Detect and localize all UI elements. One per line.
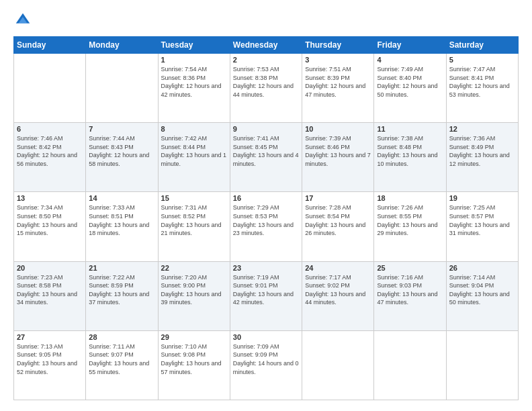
day-number: 3	[305, 56, 371, 64]
calendar-cell: 20Sunrise: 7:23 AMSunset: 8:58 PMDayligh…	[14, 261, 86, 330]
weekday-header-wednesday: Wednesday	[230, 37, 302, 54]
calendar-cell: 1Sunrise: 7:54 AMSunset: 8:36 PMDaylight…	[158, 54, 230, 123]
day-number: 23	[233, 264, 299, 272]
day-info: Sunrise: 7:49 AMSunset: 8:40 PMDaylight:…	[377, 65, 443, 99]
calendar-cell: 17Sunrise: 7:28 AMSunset: 8:54 PMDayligh…	[302, 192, 374, 261]
week-row-2: 6Sunrise: 7:46 AMSunset: 8:42 PMDaylight…	[14, 123, 519, 192]
calendar-cell: 4Sunrise: 7:49 AMSunset: 8:40 PMDaylight…	[374, 54, 446, 123]
day-number: 19	[449, 194, 515, 202]
day-number: 4	[377, 56, 443, 64]
day-number: 15	[161, 194, 227, 202]
header	[13, 11, 519, 30]
calendar-cell: 16Sunrise: 7:29 AMSunset: 8:53 PMDayligh…	[230, 192, 302, 261]
calendar-cell: 13Sunrise: 7:34 AMSunset: 8:50 PMDayligh…	[14, 192, 86, 261]
day-info: Sunrise: 7:44 AMSunset: 8:43 PMDaylight:…	[89, 134, 154, 168]
weekday-header-thursday: Thursday	[302, 37, 374, 54]
calendar-cell: 28Sunrise: 7:11 AMSunset: 9:07 PMDayligh…	[86, 330, 158, 400]
day-number: 17	[305, 194, 371, 202]
calendar-cell	[14, 54, 86, 123]
day-info: Sunrise: 7:51 AMSunset: 8:39 PMDaylight:…	[305, 65, 371, 99]
calendar-cell: 19Sunrise: 7:25 AMSunset: 8:57 PMDayligh…	[446, 192, 518, 261]
calendar-cell: 11Sunrise: 7:38 AMSunset: 8:48 PMDayligh…	[374, 123, 446, 192]
day-info: Sunrise: 7:13 AMSunset: 9:05 PMDaylight:…	[17, 342, 83, 376]
day-number: 13	[17, 194, 83, 202]
calendar-cell: 18Sunrise: 7:26 AMSunset: 8:55 PMDayligh…	[374, 192, 446, 261]
day-info: Sunrise: 7:25 AMSunset: 8:57 PMDaylight:…	[449, 203, 515, 237]
day-info: Sunrise: 7:20 AMSunset: 9:00 PMDaylight:…	[161, 273, 227, 307]
day-number: 29	[161, 333, 227, 341]
logo-icon	[13, 11, 32, 30]
day-number: 6	[17, 125, 83, 133]
day-number: 1	[161, 56, 227, 64]
day-number: 10	[305, 125, 371, 133]
day-info: Sunrise: 7:39 AMSunset: 8:46 PMDaylight:…	[305, 134, 371, 168]
calendar-cell: 30Sunrise: 7:09 AMSunset: 9:09 PMDayligh…	[230, 330, 302, 400]
day-number: 25	[377, 264, 443, 272]
calendar-cell: 24Sunrise: 7:17 AMSunset: 9:02 PMDayligh…	[302, 261, 374, 330]
day-number: 28	[89, 333, 154, 341]
day-info: Sunrise: 7:38 AMSunset: 8:48 PMDaylight:…	[377, 134, 443, 168]
calendar-cell: 29Sunrise: 7:10 AMSunset: 9:08 PMDayligh…	[158, 330, 230, 400]
day-number: 18	[377, 194, 443, 202]
calendar-cell: 14Sunrise: 7:33 AMSunset: 8:51 PMDayligh…	[86, 192, 158, 261]
day-number: 9	[233, 125, 299, 133]
calendar-cell: 9Sunrise: 7:41 AMSunset: 8:45 PMDaylight…	[230, 123, 302, 192]
day-info: Sunrise: 7:54 AMSunset: 8:36 PMDaylight:…	[161, 65, 227, 99]
day-number: 16	[233, 194, 299, 202]
calendar-cell: 22Sunrise: 7:20 AMSunset: 9:00 PMDayligh…	[158, 261, 230, 330]
calendar-cell: 23Sunrise: 7:19 AMSunset: 9:01 PMDayligh…	[230, 261, 302, 330]
calendar-cell: 10Sunrise: 7:39 AMSunset: 8:46 PMDayligh…	[302, 123, 374, 192]
day-info: Sunrise: 7:31 AMSunset: 8:52 PMDaylight:…	[161, 203, 227, 237]
day-info: Sunrise: 7:53 AMSunset: 8:38 PMDaylight:…	[233, 65, 299, 99]
calendar-cell: 12Sunrise: 7:36 AMSunset: 8:49 PMDayligh…	[446, 123, 518, 192]
page: SundayMondayTuesdayWednesdayThursdayFrid…	[0, 0, 532, 411]
weekday-header-monday: Monday	[86, 37, 158, 54]
weekday-header-friday: Friday	[374, 37, 446, 54]
week-row-5: 27Sunrise: 7:13 AMSunset: 9:05 PMDayligh…	[14, 330, 519, 400]
day-number: 27	[17, 333, 83, 341]
day-number: 14	[89, 194, 154, 202]
day-number: 21	[89, 264, 154, 272]
calendar-cell	[374, 330, 446, 400]
day-number: 11	[377, 125, 443, 133]
week-row-4: 20Sunrise: 7:23 AMSunset: 8:58 PMDayligh…	[14, 261, 519, 330]
calendar-cell: 7Sunrise: 7:44 AMSunset: 8:43 PMDaylight…	[86, 123, 158, 192]
day-number: 5	[449, 56, 515, 64]
weekday-header-saturday: Saturday	[446, 37, 518, 54]
calendar-cell: 25Sunrise: 7:16 AMSunset: 9:03 PMDayligh…	[374, 261, 446, 330]
day-info: Sunrise: 7:14 AMSunset: 9:04 PMDaylight:…	[449, 273, 515, 307]
weekday-header-row: SundayMondayTuesdayWednesdayThursdayFrid…	[14, 37, 519, 54]
calendar-cell: 15Sunrise: 7:31 AMSunset: 8:52 PMDayligh…	[158, 192, 230, 261]
calendar-cell	[302, 330, 374, 400]
calendar-cell: 2Sunrise: 7:53 AMSunset: 8:38 PMDaylight…	[230, 54, 302, 123]
calendar-cell	[86, 54, 158, 123]
week-row-1: 1Sunrise: 7:54 AMSunset: 8:36 PMDaylight…	[14, 54, 519, 123]
day-info: Sunrise: 7:10 AMSunset: 9:08 PMDaylight:…	[161, 342, 227, 376]
day-number: 26	[449, 264, 515, 272]
day-info: Sunrise: 7:26 AMSunset: 8:55 PMDaylight:…	[377, 203, 443, 237]
calendar-cell: 5Sunrise: 7:47 AMSunset: 8:41 PMDaylight…	[446, 54, 518, 123]
week-row-3: 13Sunrise: 7:34 AMSunset: 8:50 PMDayligh…	[14, 192, 519, 261]
day-info: Sunrise: 7:17 AMSunset: 9:02 PMDaylight:…	[305, 273, 371, 307]
day-info: Sunrise: 7:46 AMSunset: 8:42 PMDaylight:…	[17, 134, 83, 168]
day-number: 30	[233, 333, 299, 341]
calendar-table: SundayMondayTuesdayWednesdayThursdayFrid…	[13, 36, 519, 400]
day-info: Sunrise: 7:33 AMSunset: 8:51 PMDaylight:…	[89, 203, 154, 237]
day-info: Sunrise: 7:23 AMSunset: 8:58 PMDaylight:…	[17, 273, 83, 307]
calendar-cell: 8Sunrise: 7:42 AMSunset: 8:44 PMDaylight…	[158, 123, 230, 192]
day-info: Sunrise: 7:09 AMSunset: 9:09 PMDaylight:…	[233, 342, 299, 376]
calendar-cell	[446, 330, 518, 400]
day-info: Sunrise: 7:47 AMSunset: 8:41 PMDaylight:…	[449, 65, 515, 99]
day-info: Sunrise: 7:11 AMSunset: 9:07 PMDaylight:…	[89, 342, 154, 376]
calendar-cell: 6Sunrise: 7:46 AMSunset: 8:42 PMDaylight…	[14, 123, 86, 192]
weekday-header-tuesday: Tuesday	[158, 37, 230, 54]
day-number: 12	[449, 125, 515, 133]
day-number: 22	[161, 264, 227, 272]
day-info: Sunrise: 7:19 AMSunset: 9:01 PMDaylight:…	[233, 273, 299, 307]
day-number: 8	[161, 125, 227, 133]
day-number: 20	[17, 264, 83, 272]
calendar-cell: 27Sunrise: 7:13 AMSunset: 9:05 PMDayligh…	[14, 330, 86, 400]
day-info: Sunrise: 7:41 AMSunset: 8:45 PMDaylight:…	[233, 134, 299, 168]
weekday-header-sunday: Sunday	[14, 37, 86, 54]
day-info: Sunrise: 7:36 AMSunset: 8:49 PMDaylight:…	[449, 134, 515, 168]
